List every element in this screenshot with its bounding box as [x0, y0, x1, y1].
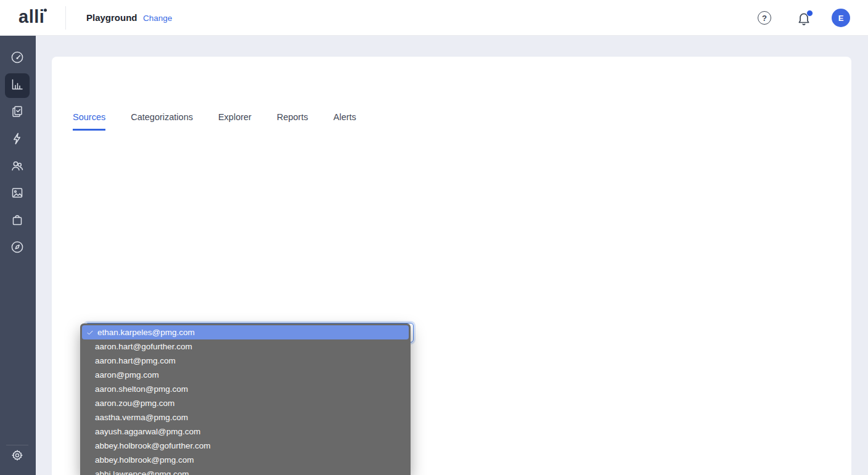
tab-sources[interactable]: Sources — [73, 112, 105, 131]
compass-icon — [10, 240, 25, 257]
owner-option[interactable]: aaron.zou@pmg.com — [80, 396, 411, 410]
avatar[interactable]: E — [832, 9, 850, 27]
sidebar-item-audiences[interactable] — [5, 155, 30, 179]
app-window: Reporting Sources Categorizations Explor… — [0, 0, 868, 475]
image-icon — [10, 185, 25, 203]
owner-option[interactable]: aaron.shelton@pmg.com — [80, 382, 411, 396]
question-mark-icon: ? — [762, 14, 767, 23]
check-icon — [86, 329, 95, 336]
workspace-name: Playground — [86, 12, 137, 23]
notifications-button[interactable] — [796, 10, 812, 26]
lightning-icon — [10, 131, 25, 148]
owner-option[interactable]: aaron@pmg.com — [80, 368, 411, 382]
header-divider — [65, 6, 66, 30]
shopping-bag-icon — [10, 213, 25, 230]
gauge-icon — [10, 50, 25, 67]
logo-dot — [44, 9, 47, 12]
owner-option[interactable]: aayush.aggarwal@pmg.com — [80, 424, 411, 439]
owner-option-selected[interactable]: ethan.karpeles@pmg.com — [82, 325, 409, 339]
sidebar-item-settings[interactable] — [5, 444, 30, 469]
help-button[interactable]: ? — [758, 11, 771, 25]
top-header: alli Playground Change ? E — [0, 0, 868, 36]
bell-icon — [796, 18, 812, 28]
owner-option[interactable]: abbey.holbrook@gofurther.com — [80, 439, 411, 453]
sidebar-item-marketplace[interactable] — [5, 209, 30, 233]
gear-icon — [10, 448, 25, 465]
owner-option[interactable]: abbey.holbrook@pmg.com — [80, 453, 411, 467]
alli-logo: alli — [18, 7, 44, 27]
notification-dot — [806, 10, 813, 17]
clipboard-check-icon — [10, 104, 25, 121]
owner-option[interactable]: abhi.lawrence@pmg.com — [80, 467, 411, 475]
users-icon — [10, 158, 25, 176]
sidebar-item-reporting[interactable] — [5, 73, 30, 98]
tab-alerts[interactable]: Alerts — [334, 112, 356, 131]
sidebar-item-creative[interactable] — [5, 182, 30, 206]
current-owner-dropdown: ethan.karpeles@pmg.com aaron.hart@gofurt… — [80, 323, 411, 475]
tab-categorizations[interactable]: Categorizations — [131, 112, 193, 131]
sidebar — [0, 36, 36, 475]
tab-explorer[interactable]: Explorer — [218, 112, 252, 131]
sidebar-item-explore[interactable] — [5, 236, 30, 261]
owner-option[interactable]: aastha.verma@pmg.com — [80, 410, 411, 424]
sidebar-item-automations[interactable] — [5, 128, 30, 152]
sidebar-item-tasks[interactable] — [5, 100, 30, 125]
tab-bar: Sources Categorizations Explorer Reports… — [73, 112, 356, 131]
sidebar-item-dashboard[interactable] — [5, 46, 30, 71]
tab-reports[interactable]: Reports — [277, 112, 308, 131]
owner-option[interactable]: aaron.hart@gofurther.com — [80, 339, 411, 354]
change-workspace-link[interactable]: Change — [143, 14, 172, 23]
bar-chart-icon — [10, 77, 25, 94]
owner-option[interactable]: aaron.hart@pmg.com — [80, 354, 411, 368]
